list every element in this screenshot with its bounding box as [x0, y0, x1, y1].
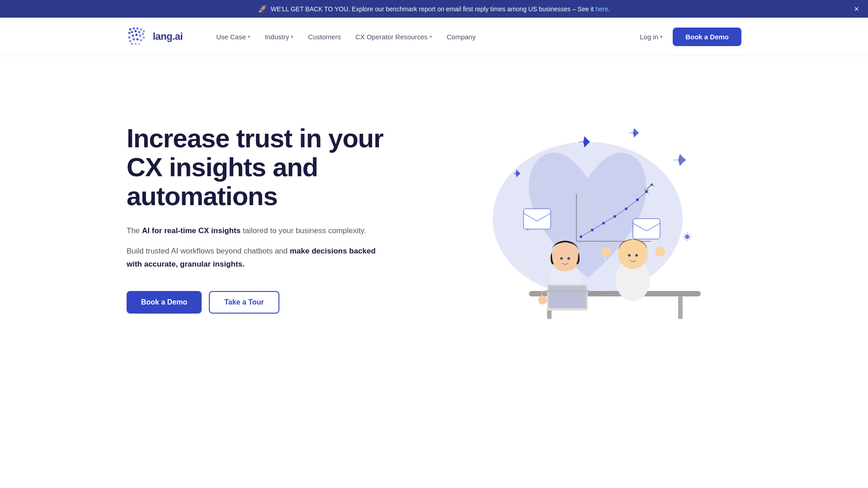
svg-point-32: [613, 215, 616, 218]
navigation: lang.ai Use Case ▾ Industry ▾ Customers …: [0, 18, 868, 56]
svg-point-5: [128, 32, 131, 34]
nav-industry[interactable]: Industry ▾: [259, 29, 300, 44]
svg-point-43: [567, 257, 570, 260]
banner-text: WE'LL GET BACK TO YOU. Explore our bench…: [271, 5, 610, 13]
nav-right: Log in ▾ Book a Demo: [633, 28, 741, 46]
svg-point-8: [138, 31, 141, 33]
nav-cx-resources[interactable]: CX Operator Resources ▾: [349, 29, 439, 44]
nav-company[interactable]: Company: [440, 29, 482, 44]
announcement-banner: 🚀 WE'LL GET BACK TO YOU. Explore our ben…: [0, 0, 868, 18]
login-button[interactable]: Log in ▾: [633, 29, 669, 44]
take-tour-button[interactable]: Take a Tour: [209, 291, 279, 314]
svg-rect-25: [633, 219, 660, 239]
book-demo-nav-button[interactable]: Book a Demo: [673, 28, 741, 46]
svg-point-19: [131, 43, 133, 45]
svg-point-31: [602, 222, 605, 225]
industry-chevron-icon: ▾: [291, 34, 293, 40]
svg-point-50: [618, 239, 648, 269]
svg-point-6: [131, 31, 133, 33]
svg-point-14: [143, 37, 145, 39]
hero-image: [457, 97, 710, 341]
hero-section: Increase trust in your CX insights and a…: [0, 56, 868, 372]
svg-point-15: [129, 40, 132, 42]
svg-point-44: [538, 296, 547, 305]
svg-point-4: [143, 30, 145, 33]
hero-subtitle2: Build trusted AI workflows beyond chatbo…: [127, 245, 389, 271]
svg-point-20: [135, 43, 137, 45]
hero-content: Increase trust in your CX insights and a…: [127, 124, 389, 314]
svg-rect-24: [524, 209, 551, 229]
svg-point-2: [137, 28, 139, 30]
svg-point-53: [601, 247, 611, 257]
banner-link[interactable]: here: [595, 5, 608, 13]
svg-point-9: [142, 33, 144, 35]
svg-point-13: [139, 35, 142, 37]
svg-point-54: [655, 247, 665, 257]
svg-point-11: [132, 35, 134, 37]
svg-point-51: [628, 254, 631, 257]
svg-point-18: [140, 39, 142, 42]
rocket-icon: 🚀: [258, 5, 267, 13]
svg-point-41: [551, 243, 580, 272]
cx-resources-chevron-icon: ▾: [429, 34, 432, 40]
svg-point-33: [625, 207, 627, 210]
svg-point-29: [580, 235, 582, 238]
nav-customers[interactable]: Customers: [302, 29, 347, 44]
book-demo-hero-button[interactable]: Book a Demo: [127, 291, 202, 314]
nav-use-case[interactable]: Use Case ▾: [210, 29, 257, 44]
hero-title: Increase trust in your CX insights and a…: [127, 124, 389, 210]
logo-text: lang.ai: [153, 31, 183, 42]
svg-point-52: [635, 254, 638, 257]
svg-point-10: [128, 37, 131, 39]
logo-link[interactable]: lang.ai: [127, 26, 183, 47]
svg-point-1: [133, 28, 135, 30]
svg-point-42: [560, 257, 563, 260]
use-case-chevron-icon: ▾: [248, 34, 250, 40]
logo-icon: [127, 26, 148, 47]
svg-point-17: [137, 38, 139, 41]
svg-rect-39: [678, 296, 683, 319]
svg-point-30: [591, 229, 594, 231]
hero-buttons: Book a Demo Take a Tour: [127, 291, 389, 314]
svg-point-3: [140, 28, 142, 31]
svg-point-12: [136, 34, 138, 36]
svg-point-16: [133, 38, 135, 41]
svg-rect-48: [545, 290, 590, 292]
svg-rect-47: [548, 286, 586, 308]
nav-items: Use Case ▾ Industry ▾ Customers CX Opera…: [210, 29, 615, 44]
svg-point-21: [138, 43, 141, 45]
svg-point-34: [636, 198, 639, 201]
banner-close-button[interactable]: ×: [854, 5, 859, 13]
login-chevron-icon: ▾: [660, 34, 663, 40]
hero-subtitle: The AI for real-time CX insights tailore…: [127, 225, 389, 238]
hero-illustration: [425, 97, 741, 341]
svg-point-0: [129, 28, 132, 31]
svg-point-7: [135, 30, 137, 33]
